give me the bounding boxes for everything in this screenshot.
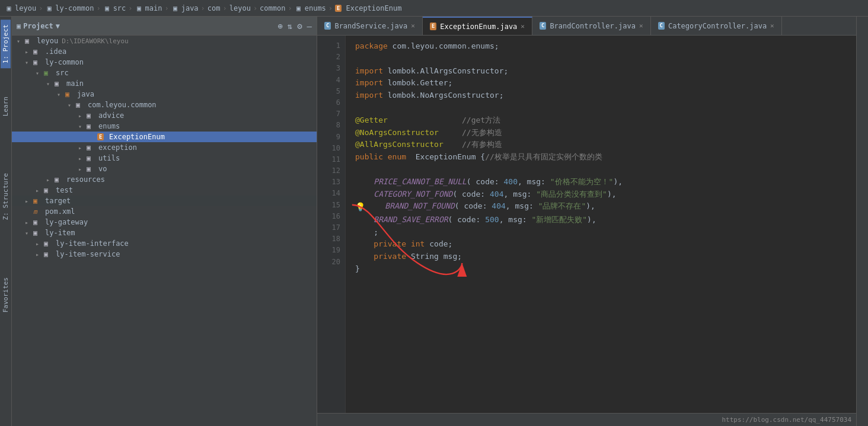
add-content-icon[interactable]: ⊕ <box>277 21 282 31</box>
tab-label: BrandService.java <box>334 22 407 30</box>
tree-item-resources[interactable]: ▣ resources <box>12 174 317 185</box>
tab-close-icon[interactable]: ✕ <box>521 23 525 30</box>
folder-icon: ▣ <box>33 58 43 66</box>
project-title: ▣ Project ▼ <box>17 22 60 30</box>
code-line-18: private String msg; <box>355 251 847 263</box>
breadcrumb-item[interactable]: ▣ src <box>103 4 126 12</box>
breadcrumb-item[interactable]: leyou <box>229 4 251 12</box>
arrow-icon <box>78 123 87 130</box>
code-line-13: CATEGORY_NOT_FOND( code: 404, msg: "商品分类… <box>355 188 847 201</box>
tree-item-ly-item-interface[interactable]: ▣ ly-item-interface <box>12 238 317 249</box>
tree-item-exception-enum[interactable]: E ExceptionEnum <box>12 132 317 142</box>
breadcrumb-label: ExceptionEnum <box>346 4 401 12</box>
package-icon: ▣ <box>76 101 85 109</box>
arrow-icon <box>36 241 44 247</box>
editor-area: C BrandService.java ✕ E ExceptionEnum.ja… <box>317 17 856 426</box>
folder-icon: ▣ <box>33 229 43 237</box>
line-numbers: 1 2 3 4 5 6 7 8 9 10 11 12 13 14 15 16 1… <box>317 36 346 413</box>
class-icon: C <box>324 22 331 30</box>
arrow-icon <box>57 91 65 98</box>
folder-target-icon: ▣ <box>33 197 43 205</box>
settings-icon[interactable]: ⚙ <box>297 21 302 31</box>
enum-icon: E <box>335 5 342 12</box>
tree-item-pom[interactable]: m pom.xml <box>12 206 317 217</box>
breadcrumb-item[interactable]: ▣ enums <box>295 4 326 12</box>
tree-item-ly-item-service[interactable]: ▣ ly-item-service <box>12 249 317 260</box>
code-line-20 <box>355 276 847 288</box>
folder-java-icon: ▣ <box>65 90 75 98</box>
code-editor[interactable]: package com.leyou.common.enums; import l… <box>346 36 856 413</box>
arrow-icon <box>68 102 76 108</box>
tab-category-controller[interactable]: C CategoryController.java ✕ <box>651 17 782 35</box>
code-line-2 <box>355 53 847 65</box>
breadcrumb-label: main <box>145 4 162 12</box>
side-label-learn[interactable]: Learn <box>1 92 11 121</box>
tab-close-icon[interactable]: ✕ <box>770 22 774 30</box>
breadcrumb-item[interactable]: ▣ ly-common <box>45 4 94 12</box>
tree-item-ly-common[interactable]: ▣ ly-common <box>12 57 317 68</box>
folder-icon: ▣ <box>44 239 53 248</box>
tab-close-icon[interactable]: ✕ <box>639 22 643 30</box>
folder-icon: ▣ <box>295 4 303 12</box>
tab-bar: C BrandService.java ✕ E ExceptionEnum.ja… <box>317 17 856 36</box>
tree-item-package[interactable]: ▣ com.leyou.common <box>12 100 317 110</box>
breadcrumb-label: leyou <box>15 4 36 12</box>
breadcrumb-item[interactable]: com <box>208 4 221 12</box>
folder-icon: ▣ <box>87 111 96 120</box>
tree-item-advice[interactable]: ▣ advice <box>12 110 317 121</box>
arrow-icon <box>78 113 87 119</box>
side-label-structure[interactable]: Z: Structure <box>1 168 11 225</box>
tree-item-ly-gateway[interactable]: ▣ ly-gateway <box>12 217 317 228</box>
collapse-icon[interactable]: ⇅ <box>288 21 292 31</box>
arrow-icon <box>78 145 87 151</box>
arrow-icon <box>36 251 44 258</box>
tree-item-target[interactable]: ▣ target <box>12 196 317 206</box>
folder-icon: ▣ <box>103 4 111 12</box>
tree-item-java[interactable]: ▣ java <box>12 89 317 100</box>
tree-item-ly-item[interactable]: ▣ ly-item <box>12 228 317 238</box>
breadcrumb-item[interactable]: ▣ main <box>135 4 162 12</box>
tree-item-src[interactable]: ▣ src <box>12 68 317 78</box>
arrow-icon <box>25 59 33 66</box>
breadcrumb-label: java <box>181 4 199 12</box>
breadcrumb-item[interactable]: ▣ leyou <box>5 4 36 12</box>
folder-icon: ▣ <box>55 79 64 88</box>
tree-item-leyou[interactable]: ▣ leyou D:\IDEAWORK\leyou <box>12 36 317 46</box>
tab-exception-enum[interactable]: E ExceptionEnum.java ✕ <box>423 17 532 35</box>
folder-icon: ▣ <box>33 218 43 226</box>
side-label-favorites[interactable]: Favorites <box>1 273 11 318</box>
side-panel-labels: 1: Project Learn Z: Structure Favorites <box>0 17 12 426</box>
folder-icon: ▣ <box>44 250 53 258</box>
tree-item-enums[interactable]: ▣ enums <box>12 121 317 132</box>
minimize-icon[interactable]: — <box>307 21 312 31</box>
code-line-19: } <box>355 263 847 276</box>
project-tree: ▣ leyou D:\IDEAWORK\leyou ▣ .idea ▣ ly-c… <box>12 36 317 426</box>
breadcrumb-item[interactable]: E ExceptionEnum <box>335 4 401 12</box>
folder-icon: ▣ <box>5 4 13 12</box>
project-header-icons: ⊕ ⇅ ⚙ — <box>277 21 312 31</box>
tree-item-main[interactable]: ▣ main <box>12 78 317 89</box>
breadcrumb-label: common <box>260 4 285 12</box>
class-icon: C <box>540 22 546 30</box>
folder-icon: ▣ <box>87 154 96 162</box>
arrow-icon <box>36 70 44 76</box>
code-line-11 <box>355 164 847 176</box>
tree-item-exception[interactable]: ▣ exception <box>12 142 317 153</box>
tree-item-vo[interactable]: ▣ vo <box>12 164 317 174</box>
arrow-icon <box>36 187 44 194</box>
tree-item-test[interactable]: ▣ test <box>12 185 317 196</box>
breadcrumb-item[interactable]: common <box>260 4 285 12</box>
tab-brand-service[interactable]: C BrandService.java ✕ <box>317 17 423 35</box>
tree-item-utils[interactable]: ▣ utils <box>12 153 317 164</box>
arrow-icon <box>17 38 25 44</box>
tab-brand-controller[interactable]: C BrandController.java ✕ <box>532 17 651 35</box>
class-icon: C <box>658 22 665 30</box>
folder-icon: ▣ <box>135 4 143 12</box>
side-label-project[interactable]: 1: Project <box>1 20 11 68</box>
tab-close-icon[interactable]: ✕ <box>411 22 415 30</box>
breadcrumb-item[interactable]: ▣ java <box>171 4 199 12</box>
folder-icon: ▣ <box>44 186 53 194</box>
tree-item-idea[interactable]: ▣ .idea <box>12 46 317 57</box>
enum-icon: E <box>430 23 436 30</box>
code-line-4: import lombok.Getter; <box>355 77 847 89</box>
